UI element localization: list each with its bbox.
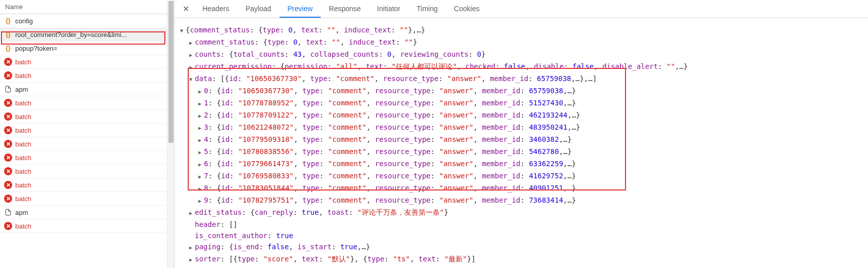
error-icon <box>4 71 12 80</box>
request-row[interactable]: batch <box>0 192 174 206</box>
request-row[interactable]: batch <box>0 124 174 137</box>
request-row[interactable]: batch <box>0 55 174 69</box>
requests-header: Name <box>0 0 174 14</box>
requests-panel: Name configroot_comment?order_by=score&l… <box>0 0 175 268</box>
error-icon <box>4 222 12 230</box>
error-icon <box>4 99 12 107</box>
request-label: batch <box>15 58 31 66</box>
request-row[interactable]: config <box>0 14 174 28</box>
data-item[interactable]: 2: {id: "10778709122", type: "comment", … <box>179 109 864 122</box>
request-row[interactable]: popup?token= <box>0 42 174 55</box>
toggle-icon[interactable] <box>197 97 203 109</box>
request-row[interactable]: batch <box>0 178 174 192</box>
toggle-icon[interactable] <box>188 207 194 219</box>
request-label: apm <box>15 86 28 93</box>
error-icon <box>4 58 12 66</box>
request-row[interactable]: batch <box>0 137 174 151</box>
request-row[interactable]: root_comment?order_by=score&limi... <box>0 28 174 42</box>
scrollbar[interactable] <box>167 0 174 268</box>
toggle-icon[interactable] <box>197 85 203 97</box>
request-label: batch <box>15 168 31 175</box>
data-item[interactable]: 8: {id: "10783051844", type: "comment", … <box>179 182 864 195</box>
preview-body[interactable]: {comment_status: {type: 0, text: "", ind… <box>175 18 868 268</box>
error-icon <box>4 126 12 134</box>
toggle-icon[interactable] <box>197 122 203 134</box>
tabs-bar: ✕ HeadersPayloadPreviewResponseInitiator… <box>175 0 868 18</box>
tree-line[interactable]: edit_status: {can_reply: true, toast: "评… <box>179 207 864 219</box>
tree-root[interactable]: {comment_status: {type: 0, text: "", ind… <box>179 24 864 36</box>
error-icon <box>4 181 12 189</box>
data-item[interactable]: 4: {id: "10779509318", type: "comment", … <box>179 134 864 146</box>
request-row[interactable]: batch <box>0 151 174 165</box>
request-row[interactable]: apm <box>0 83 174 96</box>
toggle-icon[interactable] <box>188 241 194 253</box>
request-label: popup?token= <box>15 45 57 52</box>
request-label: batch <box>15 195 31 203</box>
error-icon <box>4 195 12 203</box>
tab-preview[interactable]: Preview <box>280 1 321 18</box>
tab-initiator[interactable]: Initiator <box>369 1 408 18</box>
toggle-icon[interactable] <box>188 61 194 73</box>
request-row[interactable]: batch <box>0 165 174 178</box>
request-label: apm <box>15 209 28 216</box>
request-list[interactable]: configroot_comment?order_by=score&limi..… <box>0 14 174 268</box>
data-item[interactable]: 5: {id: "10780838556", type: "comment", … <box>179 146 864 158</box>
toggle-icon[interactable] <box>197 170 203 182</box>
request-label: batch <box>15 140 31 148</box>
error-icon <box>4 154 12 162</box>
request-label: root_comment?order_by=score&limi... <box>15 31 127 39</box>
tree-line[interactable]: comment_status: {type: 0, text: "", indu… <box>179 36 864 49</box>
toggle-icon[interactable] <box>197 109 203 122</box>
request-row[interactable]: batch <box>0 110 174 124</box>
error-icon <box>4 112 12 121</box>
tree-line[interactable]: data: [{id: "10650367730", type: "commen… <box>179 73 864 85</box>
data-item[interactable]: 9: {id: "10782795751", type: "comment", … <box>179 195 864 207</box>
data-item[interactable]: 0: {id: "10650367730", type: "comment", … <box>179 85 864 97</box>
tree-line[interactable]: counts: {total_counts: 43, collapsed_cou… <box>179 49 864 61</box>
request-row[interactable]: batch <box>0 69 174 83</box>
toggle-icon[interactable] <box>197 182 203 195</box>
request-label: batch <box>15 113 31 121</box>
tree-line[interactable]: header: [] <box>179 219 864 230</box>
toggle-icon[interactable] <box>197 158 203 170</box>
toggle-icon[interactable] <box>179 24 185 36</box>
toggle-icon[interactable] <box>197 134 203 146</box>
data-item[interactable]: 1: {id: "10778788952", type: "comment", … <box>179 97 864 109</box>
scrollbar-thumb[interactable] <box>168 1 173 143</box>
json-icon <box>4 44 12 52</box>
json-icon <box>4 17 12 25</box>
tab-payload[interactable]: Payload <box>237 1 280 18</box>
toggle-icon[interactable] <box>197 146 203 158</box>
toggle-icon[interactable] <box>188 73 194 85</box>
request-label: config <box>15 17 33 25</box>
detail-panel: ✕ HeadersPayloadPreviewResponseInitiator… <box>175 0 868 268</box>
toggle-icon[interactable] <box>188 36 194 49</box>
file-icon <box>4 208 12 216</box>
error-icon <box>4 140 12 148</box>
tab-cookies[interactable]: Cookies <box>446 1 488 18</box>
request-row[interactable]: apm <box>0 206 174 219</box>
json-icon <box>4 30 12 39</box>
request-row[interactable]: batch <box>0 219 174 233</box>
tree-line[interactable]: is_content_author: true <box>179 230 864 241</box>
request-label: batch <box>15 222 31 230</box>
request-label: batch <box>15 99 31 107</box>
data-item[interactable]: 6: {id: "10779661473", type: "comment", … <box>179 158 864 170</box>
toggle-icon[interactable] <box>188 253 194 265</box>
request-row[interactable]: batch <box>0 96 174 110</box>
tree-line[interactable]: paging: {is_end: false, is_start: true,…… <box>179 241 864 253</box>
tab-timing[interactable]: Timing <box>408 1 446 18</box>
tree-line[interactable]: current_permission: {permission: "all", … <box>179 61 864 73</box>
tab-response[interactable]: Response <box>321 1 369 18</box>
close-icon[interactable]: ✕ <box>178 0 194 18</box>
data-item[interactable]: 3: {id: "10621248072", type: "comment", … <box>179 122 864 134</box>
request-label: batch <box>15 127 31 134</box>
error-icon <box>4 167 12 175</box>
file-icon <box>4 85 12 93</box>
tree-line[interactable]: sorter: [{type: "score", text: "默认"}, {t… <box>179 253 864 265</box>
data-item[interactable]: 7: {id: "10769580833", type: "comment", … <box>179 170 864 182</box>
toggle-icon[interactable] <box>197 195 203 207</box>
toggle-icon[interactable] <box>188 49 194 61</box>
request-label: batch <box>15 154 31 162</box>
tab-headers[interactable]: Headers <box>194 1 237 18</box>
